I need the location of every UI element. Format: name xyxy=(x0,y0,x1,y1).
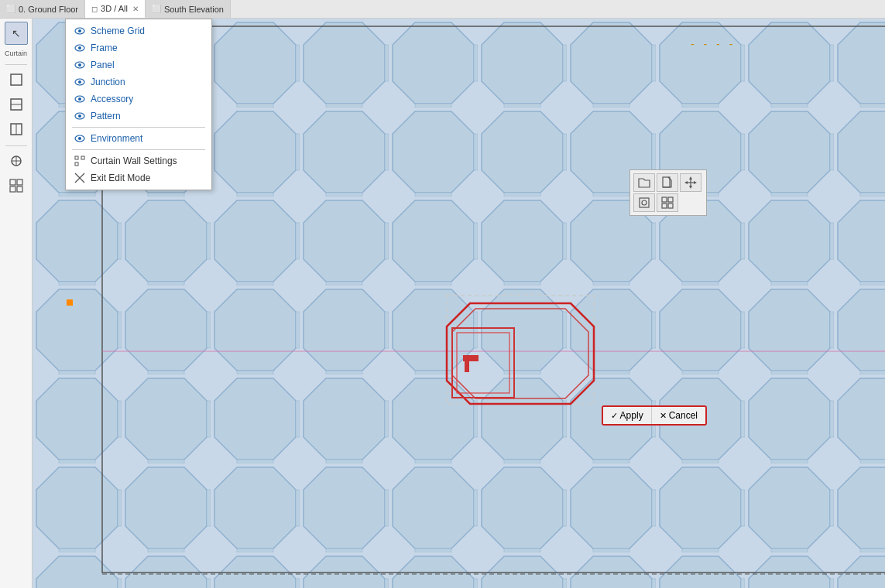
indicator-orange-box xyxy=(67,299,73,306)
svg-text:- - - -: - - - - xyxy=(691,38,736,50)
svg-rect-27 xyxy=(465,361,469,372)
float-align1-button[interactable] xyxy=(633,193,655,212)
menu-item-accessory[interactable]: Accessory xyxy=(66,91,211,108)
eye-icon-environment xyxy=(74,132,86,145)
toolbar-separator-1 xyxy=(5,64,27,65)
svg-rect-57 xyxy=(75,156,78,159)
menu-item-environment-label: Environment xyxy=(91,133,142,144)
eye-icon-pattern xyxy=(74,110,86,122)
svg-point-44 xyxy=(78,29,81,32)
svg-point-46 xyxy=(78,46,81,50)
tab-3d-icon: ◻ xyxy=(91,5,98,13)
svg-marker-36 xyxy=(694,181,697,184)
apply-label: Apply xyxy=(620,410,643,421)
cancel-label: Cancel xyxy=(669,410,698,421)
svg-rect-39 xyxy=(662,197,667,202)
select-tool-button[interactable]: ↖ xyxy=(5,22,28,45)
tool-button-1[interactable] xyxy=(5,68,28,91)
svg-point-50 xyxy=(78,80,81,84)
action-buttons: ✓ Apply ✕ Cancel xyxy=(602,405,707,426)
svg-rect-42 xyxy=(668,203,673,208)
menu-item-scheme-grid-label: Scheme Grid xyxy=(91,26,145,36)
eye-icon-accessory xyxy=(74,93,86,105)
svg-rect-40 xyxy=(668,197,673,202)
svg-rect-26 xyxy=(463,355,479,361)
settings-icon xyxy=(74,155,86,167)
tab-south-label: South Elevation xyxy=(164,5,224,14)
eye-icon-frame xyxy=(74,42,86,54)
left-indicator xyxy=(65,288,74,319)
svg-point-48 xyxy=(78,63,81,67)
tab-bar: ⬜ 0. Ground Floor ◻ 3D / All ✕ ⬜ South E… xyxy=(0,0,885,19)
menu-item-exit-edit-mode-label: Exit Edit Mode xyxy=(91,173,150,183)
menu-item-exit-edit-mode[interactable]: Exit Edit Mode xyxy=(66,169,211,186)
tab-3d-label: 3D / All xyxy=(101,4,128,13)
svg-rect-58 xyxy=(75,162,78,166)
eye-icon-scheme-grid xyxy=(74,25,86,37)
menu-item-panel[interactable]: Panel xyxy=(66,56,211,74)
svg-rect-8 xyxy=(10,179,15,185)
exit-icon xyxy=(74,172,86,184)
eye-icon-panel xyxy=(74,59,86,71)
tab-3d-all[interactable]: ◻ 3D / All ✕ xyxy=(85,0,146,18)
menu-item-pattern-label: Pattern xyxy=(91,111,121,121)
curtain-label: Curtain xyxy=(5,50,27,58)
eye-icon-junction xyxy=(74,76,86,88)
tab-3d-close[interactable]: ✕ xyxy=(132,5,139,13)
left-toolbar: ↖ Curtain xyxy=(0,19,33,588)
svg-point-38 xyxy=(642,200,647,205)
svg-rect-0 xyxy=(11,74,22,85)
menu-separator-2 xyxy=(72,149,205,150)
menu-item-scheme-grid[interactable]: Scheme Grid xyxy=(66,22,211,39)
tab-ground-floor-label: 0. Ground Floor xyxy=(19,5,78,14)
float-toolbar xyxy=(629,169,707,216)
menu-item-panel-label: Panel xyxy=(91,60,115,70)
svg-marker-33 xyxy=(689,176,692,179)
tool-button-4[interactable] xyxy=(5,149,28,173)
menu-item-accessory-label: Accessory xyxy=(91,94,133,104)
svg-rect-28 xyxy=(663,177,670,187)
float-align2-button[interactable] xyxy=(657,193,678,212)
canvas-area[interactable]: - - - - xyxy=(33,19,885,588)
svg-marker-35 xyxy=(684,181,688,184)
menu-item-junction[interactable]: Junction xyxy=(66,74,211,91)
float-doc-button[interactable] xyxy=(657,173,678,192)
tab-south-elevation[interactable]: ⬜ South Elevation xyxy=(146,0,231,18)
svg-rect-59 xyxy=(81,156,84,159)
apply-button[interactable]: ✓ Apply xyxy=(603,407,652,424)
float-folder-button[interactable] xyxy=(633,173,655,192)
svg-point-56 xyxy=(78,137,81,140)
cancel-icon: ✕ xyxy=(660,411,667,421)
tool-button-2[interactable] xyxy=(5,93,28,116)
svg-rect-10 xyxy=(10,186,15,192)
tab-south-icon: ⬜ xyxy=(152,5,161,13)
svg-rect-37 xyxy=(640,198,649,207)
svg-point-54 xyxy=(78,115,81,118)
dropdown-menu: Scheme Grid Frame Panel Junction xyxy=(65,19,212,190)
svg-marker-34 xyxy=(689,186,692,189)
menu-item-junction-label: Junction xyxy=(91,77,125,87)
toolbar-separator-2 xyxy=(5,145,27,146)
tab-ground-floor[interactable]: ⬜ 0. Ground Floor xyxy=(0,0,85,18)
menu-item-environment[interactable]: Environment xyxy=(66,130,211,147)
svg-rect-11 xyxy=(17,186,22,192)
menu-item-curtain-wall-settings[interactable]: Curtain Wall Settings xyxy=(66,152,211,169)
svg-rect-9 xyxy=(17,179,22,185)
tool-button-5[interactable] xyxy=(5,174,28,197)
apply-icon: ✓ xyxy=(611,411,618,421)
float-move-button[interactable] xyxy=(680,173,701,192)
menu-item-frame[interactable]: Frame xyxy=(66,39,211,56)
svg-rect-41 xyxy=(662,203,667,208)
tab-ground-floor-icon: ⬜ xyxy=(6,5,15,13)
menu-separator-1 xyxy=(72,127,205,128)
menu-item-curtain-wall-settings-label: Curtain Wall Settings xyxy=(91,156,177,166)
tool-button-3[interactable] xyxy=(5,118,28,141)
menu-item-pattern[interactable]: Pattern xyxy=(66,108,211,125)
menu-item-frame-label: Frame xyxy=(91,43,118,53)
main-layout: ↖ Curtain xyxy=(0,19,885,588)
cancel-button[interactable]: ✕ Cancel xyxy=(652,407,705,424)
svg-point-52 xyxy=(78,97,81,101)
